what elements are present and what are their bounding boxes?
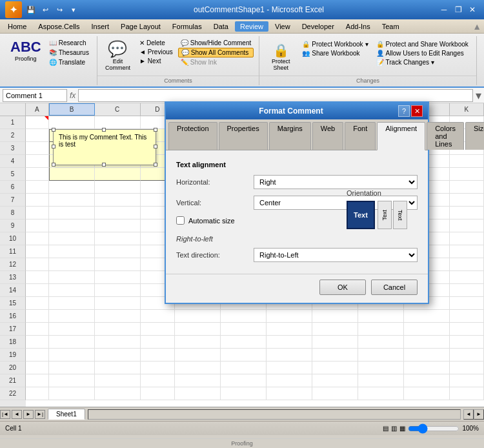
tab-web[interactable]: Web: [312, 122, 343, 150]
undo-button[interactable]: ↩: [39, 3, 52, 16]
tab-alignment[interactable]: Alignment: [377, 122, 425, 150]
thesaurus-button[interactable]: 📚 Thesaurus: [46, 48, 92, 57]
showink-icon: ✏️: [181, 59, 188, 66]
menu-insert[interactable]: Insert: [86, 21, 115, 32]
quick-access-toolbar: 💾 ↩ ↪ ▾: [25, 3, 80, 16]
edit-comment-button[interactable]: 💬 EditComment: [103, 37, 133, 74]
menu-pagelayout[interactable]: Page Layout: [116, 21, 166, 32]
orientation-title: Orientation: [347, 189, 418, 197]
window-controls: ─ ❐ ✕: [438, 4, 479, 15]
translate-button[interactable]: 🌐 Translate: [46, 58, 92, 66]
tab-properties[interactable]: Properties: [219, 122, 268, 150]
show-ink-button[interactable]: ✏️ Show Ink: [178, 58, 254, 66]
ribbon-group-proofing: ABC Proofing 📖 Research 📚 Thesaurus 🌐 Tr…: [3, 36, 97, 85]
menu-review[interactable]: Review: [235, 21, 268, 32]
trackchanges-icon: 📝: [376, 59, 384, 66]
menu-bar: Home Aspose.Cells Insert Page Layout For…: [0, 19, 484, 34]
research-button[interactable]: 📖 Research: [46, 39, 92, 47]
tab-font[interactable]: Font: [345, 122, 376, 150]
minimize-button[interactable]: ─: [438, 4, 450, 15]
delete-button[interactable]: ✕ Delete: [137, 39, 176, 47]
thesaurus-icon: 📚: [49, 49, 57, 56]
menu-developer[interactable]: Developer: [297, 21, 339, 32]
rtl-title: Right-to-left: [176, 235, 418, 243]
next-button[interactable]: ► Next: [137, 57, 176, 65]
redo-button[interactable]: ↪: [53, 3, 66, 16]
ribbon: ABC Proofing 📖 Research 📚 Thesaurus 🌐 Tr…: [0, 34, 484, 88]
allow-users-button[interactable]: 👤 Allow Users to Edit Ranges: [374, 49, 471, 57]
text-direction-select[interactable]: Context Left-to-Right Right-to-Left: [254, 248, 418, 262]
dropdown-arrow: ▾: [431, 59, 434, 66]
previous-button[interactable]: ◄ Previous: [137, 48, 176, 56]
show-hide-comment-button[interactable]: 💬 Show/Hide Comment: [178, 39, 254, 47]
cancel-button[interactable]: Cancel: [371, 280, 418, 295]
dialog-title: Format Comment: [184, 107, 398, 116]
auto-size-label: Automatic size: [188, 217, 235, 225]
protectshare-icon: 🔒: [376, 41, 384, 48]
menu-data[interactable]: Data: [208, 21, 234, 32]
spelling-icon: ABC: [10, 39, 41, 56]
prev-icon: ◄: [139, 48, 146, 56]
ribbon-group-changes: 🔒 ProtectSheet 🔒 Protect Workbook ▾ 👥 Sh…: [259, 36, 477, 85]
window-title: outCommentShape1 - Microsoft Excel: [80, 5, 438, 14]
text-alignment-header: Text alignment: [176, 161, 418, 168]
dialog-body: Text alignment Horizontal: General Left …: [166, 150, 428, 274]
protect-share-button[interactable]: 🔒 Protect and Share Workbook: [374, 40, 471, 48]
research-icon: 📖: [49, 39, 57, 46]
text-direction-label: Text direction:: [176, 251, 254, 259]
auto-size-checkbox[interactable]: [176, 216, 185, 225]
changes-group-label: Changes: [259, 76, 476, 84]
format-comment-dialog: Format Comment ? ✕ Protection Properties…: [165, 101, 429, 304]
close-button[interactable]: ✕: [466, 4, 479, 15]
orientation-rotated-2[interactable]: Text: [393, 201, 407, 229]
orientation-text-label: Text: [354, 211, 368, 219]
share-workbook-button[interactable]: 👥 Share Workbook: [299, 49, 370, 57]
tab-margins[interactable]: Margins: [269, 122, 311, 150]
tab-protection[interactable]: Protection: [168, 122, 217, 150]
rotated-text-1: Text: [381, 210, 388, 221]
delete-icon: ✕: [139, 39, 145, 46]
dialog-overlay: Format Comment ? ✕ Protection Properties…: [0, 95, 484, 448]
title-bar: ✦ 💾 ↩ ↪ ▾ outCommentShape1 - Microsoft E…: [0, 0, 484, 19]
spelling-button[interactable]: ABC Proofing: [8, 37, 44, 63]
horizontal-select[interactable]: General Left Right Center Fill Justify D…: [254, 175, 418, 189]
title-bar-left: ✦ 💾 ↩ ↪ ▾: [5, 1, 80, 18]
share-icon: 👥: [302, 50, 310, 57]
tab-size[interactable]: Size: [465, 122, 484, 150]
comment-edit-icon: 💬: [108, 40, 127, 58]
save-button[interactable]: 💾: [25, 3, 37, 16]
dialog-title-buttons: ? ✕: [398, 105, 423, 117]
orientation-text-button[interactable]: Text: [347, 201, 375, 229]
ok-button[interactable]: OK: [319, 280, 366, 295]
dialog-tabs: Protection Properties Margins Web Font A…: [166, 119, 428, 150]
horizontal-label: Horizontal:: [176, 178, 254, 186]
ribbon-collapse-button[interactable]: ▲: [472, 21, 481, 32]
menu-addins[interactable]: Add-Ins: [341, 21, 376, 32]
orientation-section: Orientation Text Text Text: [347, 189, 418, 229]
horizontal-row: Horizontal: General Left Right Center Fi…: [176, 175, 418, 189]
help-button[interactable]: ?: [398, 105, 410, 117]
showhide-icon: 💬: [181, 39, 188, 46]
text-direction-row: Text direction: Context Left-to-Right Ri…: [176, 248, 418, 262]
orientation-rotated-options: Text Text: [378, 201, 407, 229]
dialog-close-button[interactable]: ✕: [411, 105, 423, 117]
menu-home[interactable]: Home: [3, 21, 32, 32]
dialog-title-bar: Format Comment ? ✕: [166, 103, 428, 119]
next-icon: ►: [139, 57, 146, 65]
protect-sheet-icon: 🔒: [273, 43, 289, 58]
menu-team[interactable]: Team: [377, 21, 405, 32]
rtl-section: Right-to-left Text direction: Context Le…: [176, 235, 418, 262]
vertical-label: Vertical:: [176, 199, 254, 207]
protect-sheet-button[interactable]: 🔒 ProtectSheet: [265, 39, 297, 75]
track-changes-button[interactable]: 📝 Track Changes ▾: [374, 58, 471, 66]
restore-button[interactable]: ❐: [452, 4, 465, 15]
show-all-comments-button[interactable]: 💬 Show All Comments: [178, 48, 254, 57]
orientation-rotated-1[interactable]: Text: [378, 201, 392, 229]
protect-workbook-button[interactable]: 🔒 Protect Workbook ▾: [299, 40, 370, 48]
dropdown-button[interactable]: ▾: [67, 3, 80, 16]
tab-colors-lines[interactable]: Colors and Lines: [427, 122, 464, 150]
menu-view[interactable]: View: [270, 21, 296, 32]
menu-formulas[interactable]: Formulas: [167, 21, 207, 32]
ribbon-group-comments: 💬 EditComment ✕ Delete ◄ Previous ► Next: [97, 36, 259, 85]
menu-aspose[interactable]: Aspose.Cells: [33, 21, 85, 32]
